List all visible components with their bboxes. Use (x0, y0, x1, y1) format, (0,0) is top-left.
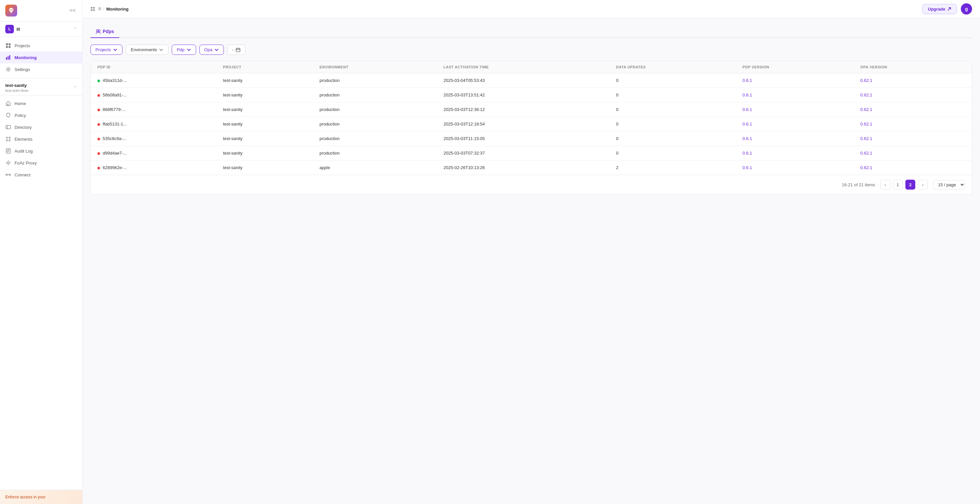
sidebar-item-elements[interactable]: Elements (0, 133, 82, 145)
sidebar-item-monitoring[interactable]: Monitoring (0, 51, 82, 64)
filter-date-label: - (232, 47, 234, 52)
cell-environment: production (313, 102, 437, 117)
cell-pdp-id: 45ba311d-... (91, 73, 216, 88)
filter-date-button[interactable]: - (227, 45, 245, 55)
svg-rect-31 (236, 48, 240, 52)
page-1-button[interactable]: 1 (893, 180, 903, 190)
page-size-select[interactable]: 15 / page 25 / page 50 / page (933, 180, 965, 190)
filter-opa-button[interactable]: Opa (199, 45, 224, 55)
svg-point-15 (6, 140, 8, 141)
topbar-right: Upgrade g (922, 3, 972, 14)
workspace-expand-button[interactable]: ⌃ (74, 27, 77, 31)
cell-pdp-id: 6289962e-... (91, 161, 216, 175)
sidebar-item-connect[interactable]: Connect (0, 169, 82, 181)
cell-environment: production (313, 131, 437, 146)
svg-point-13 (6, 137, 8, 139)
cell-data-updates: 0 (609, 146, 736, 161)
workspace-name: lll (16, 27, 20, 32)
sidebar-item-label-policy: Policy (14, 113, 26, 118)
workspace-row: L lll ⌃ (0, 21, 82, 37)
prev-page-button[interactable]: ‹ (880, 180, 890, 190)
svg-rect-7 (8, 56, 9, 60)
bar-chart-icon (5, 54, 11, 61)
svg-point-1 (11, 10, 13, 11)
sidebar-item-directory[interactable]: Directory (0, 121, 82, 133)
sidebar-collapse-button[interactable]: << (68, 6, 77, 15)
svg-rect-27 (91, 9, 92, 11)
tab-pdps[interactable]: Pdps (91, 26, 119, 38)
sidebar-item-label-monitoring: Monitoring (14, 55, 37, 60)
sidebar: << L lll ⌃ Projects Monitoring Settings (0, 0, 83, 504)
cell-project: test-sanity (216, 88, 313, 102)
cell-pdp-id: 535c8c9a-... (91, 131, 216, 146)
svg-rect-3 (9, 43, 11, 45)
cell-pdp-id: d99d4ae7-... (91, 146, 216, 161)
table-row: ffab5131-1... test-sanity production 202… (91, 117, 972, 131)
svg-rect-4 (6, 46, 8, 48)
col-last-activation: LAST ACTIVATION TIME (437, 61, 609, 73)
svg-point-16 (9, 140, 10, 141)
svg-rect-23 (9, 174, 11, 175)
workspace-info: L lll (5, 25, 20, 33)
table-row: 6289962e-... test-sanity apple 2025-02-2… (91, 161, 972, 175)
svg-rect-26 (93, 7, 95, 9)
sidebar-cta-text: Enforce access in your (5, 495, 77, 499)
sidebar-item-foaz-proxy[interactable]: FoAz Proxy (0, 157, 82, 169)
cell-data-updates: 0 (609, 102, 736, 117)
col-pdp-id: PDP ID (91, 61, 216, 73)
sidebar-item-projects[interactable]: Projects (0, 40, 82, 51)
cell-opa-version: 0.62.1 (854, 73, 972, 88)
cell-last-activation: 2025-03-03T13:51:42 (437, 88, 609, 102)
cell-environment: apple (313, 161, 437, 175)
project-name: test-sanity (5, 83, 29, 88)
breadcrumb-separator: / (103, 6, 104, 11)
breadcrumb-current: Monitoring (106, 6, 129, 11)
col-project: PROJECT (216, 61, 313, 73)
top-nav-section: Projects Monitoring Settings (0, 37, 82, 78)
filter-pdp-button[interactable]: Pdp (172, 45, 196, 55)
sidebar-item-label-settings: Settings (14, 67, 30, 72)
svg-rect-8 (9, 55, 10, 60)
svg-point-14 (9, 137, 10, 139)
sidebar-item-home[interactable]: Home (0, 97, 82, 109)
cell-pdp-id: ffab5131-1... (91, 117, 216, 131)
cell-pdp-id: 868f6779-... (91, 102, 216, 117)
directory-icon (5, 124, 11, 130)
page-body: Pdps Projects Environments Pdp Opa - (83, 18, 980, 504)
policy-icon (5, 112, 11, 118)
main-content: lll / Monitoring Upgrade g Pdps Projects (83, 0, 980, 504)
cell-data-updates: 0 (609, 88, 736, 102)
next-page-button[interactable]: › (918, 180, 928, 190)
svg-rect-25 (91, 7, 92, 9)
cell-opa-version: 0.62.1 (854, 161, 972, 175)
col-data-updates: DATA UPDATES (609, 61, 736, 73)
sidebar-item-audit-log[interactable]: Audit Log (0, 145, 82, 157)
home-icon (5, 100, 11, 106)
upgrade-button[interactable]: Upgrade (922, 4, 957, 14)
connect-icon (5, 172, 11, 178)
cell-last-activation: 2025-03-03T12:36:12 (437, 102, 609, 117)
page-2-button[interactable]: 2 (905, 180, 915, 190)
table-row: 56b08a91-... test-sanity production 2025… (91, 88, 972, 102)
cell-pdp-version: 0.6.1 (736, 146, 854, 161)
project-expand-button[interactable]: ⌃ (74, 86, 77, 90)
grid-icon (5, 43, 11, 49)
cell-last-activation: 2025-03-03T11:15:05 (437, 131, 609, 146)
filter-projects-button[interactable]: Projects (91, 45, 123, 55)
col-pdp-version: PDP VERSION (736, 61, 854, 73)
page-range-info: 16-21 of 21 items (842, 182, 875, 187)
app-logo (5, 5, 17, 16)
user-avatar[interactable]: g (961, 3, 972, 14)
cell-project: test-sanity (216, 117, 313, 131)
table-row: d99d4ae7-... test-sanity production 2025… (91, 146, 972, 161)
sidebar-item-label-audit-log: Audit Log (14, 148, 33, 153)
sidebar-item-settings[interactable]: Settings (0, 64, 82, 75)
filter-environments-button[interactable]: Environments (126, 45, 169, 55)
cell-last-activation: 2025-03-03T07:32:37 (437, 146, 609, 161)
cell-pdp-version: 0.6.1 (736, 161, 854, 175)
sidebar-item-label-projects: Projects (14, 43, 30, 48)
sidebar-item-label-connect: Connect (14, 172, 30, 177)
sidebar-item-policy[interactable]: Policy (0, 109, 82, 121)
sidebar-bottom-cta[interactable]: Enforce access in your (0, 490, 82, 504)
breadcrumb: lll / Monitoring (91, 6, 129, 12)
